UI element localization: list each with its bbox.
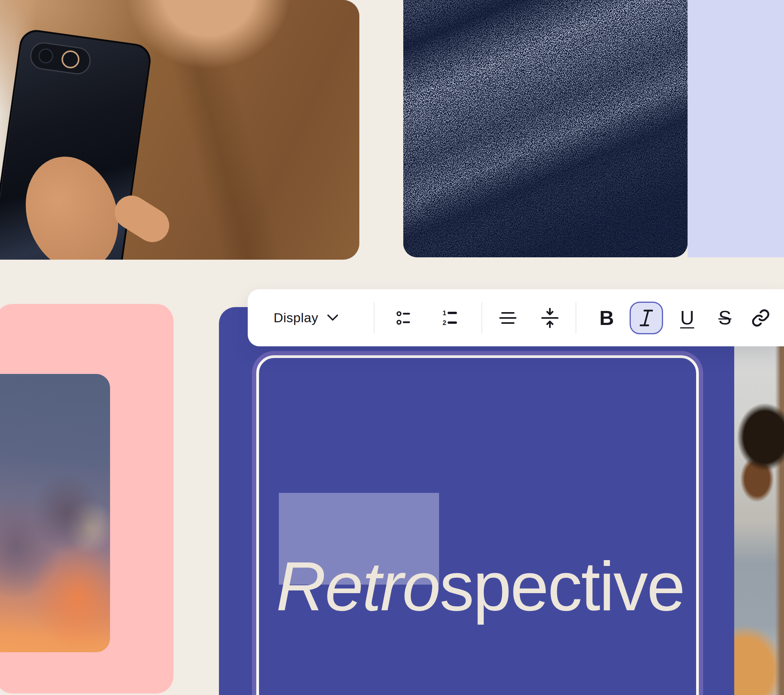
- svg-text:2: 2: [443, 319, 446, 327]
- align-vertical-center-button[interactable]: [541, 307, 558, 328]
- italic-icon: [640, 309, 653, 327]
- strikethrough-icon: S: [718, 307, 731, 329]
- strikethrough-button[interactable]: S: [718, 307, 731, 329]
- numbered-list-icon: 1 2: [442, 309, 460, 327]
- font-style-dropdown[interactable]: Display: [274, 306, 339, 330]
- font-style-dropdown-label: Display: [274, 310, 318, 325]
- slide-title[interactable]: Retrospective: [276, 552, 684, 621]
- underline-icon: U: [680, 307, 694, 329]
- toolbar-divider: [374, 302, 374, 334]
- text-format-toolbar: Display 1 2: [248, 289, 784, 346]
- align-center-button[interactable]: [499, 311, 517, 325]
- link-button[interactable]: [751, 308, 770, 328]
- align-vertical-center-icon: [541, 307, 558, 328]
- bold-button[interactable]: B: [599, 306, 614, 330]
- chevron-down-icon: [327, 314, 338, 321]
- lavender-panel[interactable]: [688, 0, 784, 257]
- photo-noise-texture[interactable]: [403, 0, 688, 257]
- noise-texture-graphic: [403, 0, 688, 257]
- bold-icon: B: [599, 306, 614, 330]
- design-canvas: Retrospective Display 1 2: [0, 0, 784, 695]
- bullet-list-button[interactable]: [396, 310, 414, 326]
- underline-button[interactable]: U: [680, 307, 694, 329]
- toolbar-divider: [576, 302, 576, 334]
- photo-sunset-clouds[interactable]: [0, 374, 110, 652]
- photo-man-gray-tshirt[interactable]: [734, 346, 784, 695]
- italic-button[interactable]: [630, 302, 663, 334]
- numbered-list-button[interactable]: 1 2: [442, 309, 460, 327]
- photo-phone-lens: [60, 49, 80, 70]
- svg-text:1: 1: [443, 309, 446, 317]
- photo-phone-lens: [37, 47, 54, 64]
- link-icon: [751, 308, 770, 328]
- photo-person-with-phone[interactable]: [0, 0, 359, 260]
- slide-title-selected[interactable]: Retro: [276, 548, 439, 625]
- pink-card[interactable]: [0, 304, 173, 693]
- photo-phone-camera: [28, 41, 92, 76]
- align-center-icon: [499, 311, 517, 325]
- slide-title-rest[interactable]: spective: [439, 548, 684, 625]
- bullet-list-icon: [396, 310, 414, 326]
- toolbar-divider: [481, 302, 482, 334]
